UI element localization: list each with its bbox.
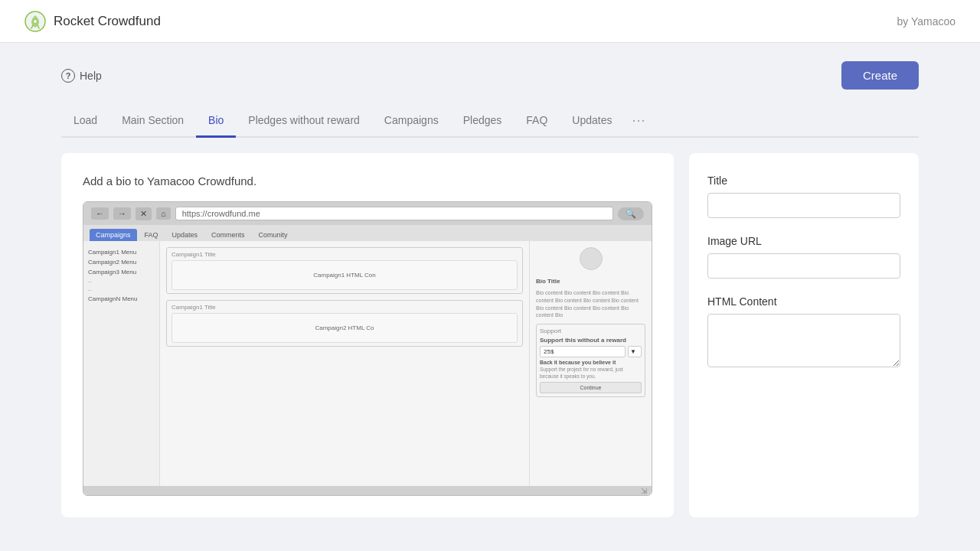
panel-description: Add a bio to Yamacoo Crowdfund. <box>83 174 652 187</box>
help-link[interactable]: ? Help <box>61 69 102 83</box>
mockup-inner-tabs: Campaigns FAQ Updates Comments Comunity <box>83 225 652 241</box>
browser-forward-btn[interactable]: → <box>113 207 131 220</box>
mockup-main-area: Campaign1 Title Campaign1 HTML Con Campa… <box>160 241 529 486</box>
tab-campaigns[interactable]: Campaigns <box>372 106 451 138</box>
browser-status-bar: ⇲ <box>83 486 652 495</box>
mockup-campaign-2-html: Campaign2 HTML Co <box>172 313 518 343</box>
mockup-content: Campaign1 Menu Campaign2 Menu Campaign3 … <box>83 241 652 486</box>
browser-toolbar: ← → ✕ ⌂ 🔍 <box>83 202 652 225</box>
mockup-support-box: Support Support this without a reward 25… <box>536 324 645 397</box>
browser-back-btn[interactable]: ← <box>91 207 109 220</box>
tab-main-section[interactable]: Main Section <box>109 106 196 138</box>
mockup-amount-input[interactable]: 25$ <box>540 346 626 357</box>
tab-faq[interactable]: FAQ <box>514 106 560 138</box>
right-panel: Title Image URL HTML Content <box>689 153 919 517</box>
tabs-nav: Load Main Section Bio Pledges without re… <box>61 105 919 138</box>
logo: Rocket Crowdfund <box>24 11 161 32</box>
mockup-sidebar: Campaign1 Menu Campaign2 Menu Campaign3 … <box>83 241 160 486</box>
mockup-dropdown[interactable]: ▼ <box>628 346 642 357</box>
html-content-label: HTML Content <box>707 295 900 308</box>
topbar: ? Help Create <box>61 61 919 90</box>
mockup-sidebar-item-n[interactable]: CampaignN Menu <box>88 294 155 304</box>
browser-mockup-wrapper: ← → ✕ ⌂ 🔍 Campaigns FAQ Updates Comments… <box>83 201 652 496</box>
left-panel: Add a bio to Yamacoo Crowdfund. ← → ✕ ⌂ … <box>61 153 674 517</box>
tab-updates[interactable]: Updates <box>560 106 624 138</box>
image-url-form-group: Image URL <box>707 235 900 279</box>
title-form-group: Title <box>707 174 900 218</box>
app-by: by Yamacoo <box>897 15 956 28</box>
main-layout: Add a bio to Yamacoo Crowdfund. ← → ✕ ⌂ … <box>61 153 919 517</box>
title-label: Title <box>707 174 900 187</box>
mockup-amount-row: 25$ ▼ <box>540 346 642 357</box>
mockup-tab-comunity[interactable]: Comunity <box>253 229 294 241</box>
mockup-bio-title: Bio Title <box>536 278 645 285</box>
mockup-campaign-2-title: Campaign1 Title <box>172 304 518 311</box>
mockup-back-it-title: Back it because you believe it <box>540 360 642 365</box>
page-content: ? Help Create Load Main Section Bio Pled… <box>31 43 949 536</box>
browser-home-btn[interactable]: ⌂ <box>156 207 171 220</box>
app-name: Rocket Crowdfund <box>54 14 161 29</box>
browser-url-input[interactable] <box>175 207 613 220</box>
mockup-sidebar-item-3[interactable]: Campaign3 Menu <box>88 267 155 277</box>
mockup-campaign-1-title: Campaign1 Title <box>172 251 518 258</box>
mockup-sidebar-item-2[interactable]: Campaign2 Menu <box>88 257 155 267</box>
mockup-campaign-2-block: Campaign1 Title Campaign2 HTML Co <box>166 300 523 347</box>
mockup-bio-text: Bio content Bio content Bio content Bio … <box>536 289 645 319</box>
mockup-campaign-1-html: Campaign1 HTML Con <box>172 260 518 290</box>
mockup-support-label: Support <box>540 328 642 334</box>
rocket-icon <box>24 11 46 32</box>
browser-mockup: ← → ✕ ⌂ 🔍 Campaigns FAQ Updates Comments… <box>83 201 652 496</box>
mockup-sidebar-dot-2: – <box>88 285 155 294</box>
mockup-tab-updates[interactable]: Updates <box>166 229 204 241</box>
app-header: Rocket Crowdfund by Yamacoo <box>0 0 980 43</box>
html-content-textarea[interactable] <box>707 314 900 367</box>
tab-pledges-without-reward[interactable]: Pledges without reward <box>236 106 372 138</box>
tabs-more-button[interactable]: ··· <box>624 105 653 138</box>
tab-bio[interactable]: Bio <box>196 106 236 138</box>
create-button[interactable]: Create <box>841 61 919 90</box>
image-url-label: Image URL <box>707 235 900 247</box>
resize-handle-icon: ⇲ <box>641 487 647 495</box>
mockup-sidebar-item-1[interactable]: Campaign1 Menu <box>88 247 155 257</box>
mockup-tab-campaigns[interactable]: Campaigns <box>90 229 137 241</box>
help-icon: ? <box>61 69 75 83</box>
mockup-continue-btn[interactable]: Continue <box>540 382 642 393</box>
help-label: Help <box>80 70 102 82</box>
mockup-back-it-sub: Support the project for no reward, just … <box>540 367 642 380</box>
mockup-sidebar-dot-1: – <box>88 277 155 285</box>
browser-close-btn[interactable]: ✕ <box>136 207 152 220</box>
mockup-avatar <box>580 247 603 270</box>
tab-load[interactable]: Load <box>61 106 109 138</box>
title-input[interactable] <box>707 193 900 218</box>
image-url-input[interactable] <box>707 253 900 279</box>
mockup-right-area: Bio Title Bio content Bio content Bio co… <box>529 241 652 486</box>
tab-pledges[interactable]: Pledges <box>451 106 514 138</box>
browser-search-btn[interactable]: 🔍 <box>618 207 644 220</box>
html-content-form-group: HTML Content <box>707 295 900 370</box>
mockup-support-without-reward: Support this without a reward <box>540 337 642 344</box>
mockup-campaign-1-block: Campaign1 Title Campaign1 HTML Con <box>166 247 523 294</box>
mockup-tab-faq[interactable]: FAQ <box>139 229 165 241</box>
mockup-tab-comments[interactable]: Comments <box>205 229 251 241</box>
svg-point-1 <box>34 19 38 23</box>
